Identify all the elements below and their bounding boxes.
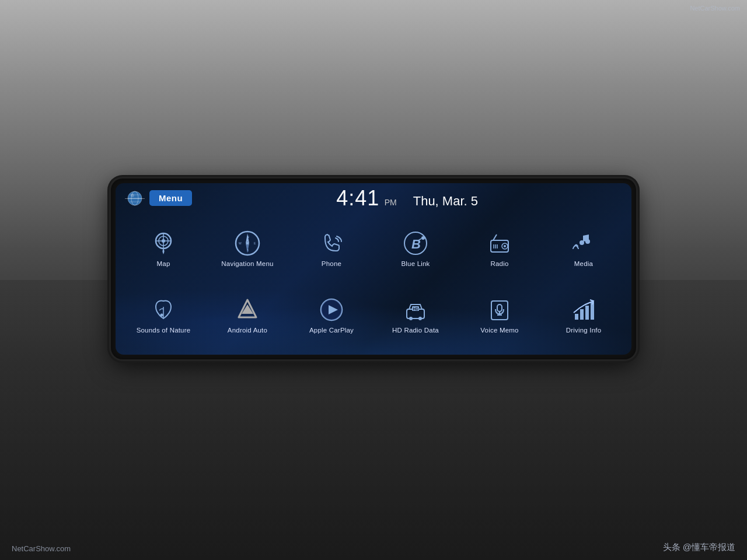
- apple-carplay-icon: [317, 296, 345, 324]
- svg-text:W: W: [239, 242, 242, 245]
- watermark-bottom-right: 头条 @懂车帝报道: [663, 542, 735, 553]
- svg-point-41: [409, 317, 413, 320]
- time-text: 4:41: [336, 186, 379, 210]
- ampm-text: PM: [385, 198, 397, 207]
- top-bar: Menu 4:41 PM Thu, Mar. 5: [116, 183, 631, 214]
- hd-radio-data-icon: HD: [402, 296, 430, 324]
- app-hd-radio-data[interactable]: HD HD Radio Data: [374, 282, 458, 349]
- svg-rect-50: [585, 306, 589, 320]
- svg-line-25: [493, 235, 497, 240]
- apps-grid: Map N S W E: [116, 214, 631, 355]
- svg-text:B: B: [411, 237, 421, 251]
- radio-icon: [486, 229, 514, 257]
- apple-carplay-label: Apple CarPlay: [309, 326, 354, 335]
- media-label: Media: [574, 260, 593, 268]
- svg-text:E: E: [254, 242, 256, 245]
- svg-point-6: [131, 194, 134, 197]
- android-auto-icon: [233, 296, 261, 324]
- app-blue-link[interactable]: B Blue Link: [374, 216, 458, 282]
- app-radio[interactable]: Radio: [458, 216, 542, 282]
- phone-label: Phone: [322, 260, 341, 268]
- svg-text:S: S: [247, 249, 249, 252]
- app-voice-memo[interactable]: Voice Memo: [458, 282, 542, 349]
- app-driving-info[interactable]: Driving Info: [542, 282, 626, 349]
- media-icon: [570, 229, 598, 257]
- svg-point-32: [585, 239, 590, 244]
- app-sounds-of-nature[interactable]: Sounds of Nature: [121, 282, 205, 349]
- blue-link-label: Blue Link: [401, 260, 430, 268]
- watermark-top-right: NetCarShow.com: [690, 5, 740, 12]
- svg-rect-46: [497, 304, 502, 312]
- navigation-menu-label: Navigation Menu: [221, 260, 273, 268]
- android-auto-label: Android Auto: [228, 326, 267, 335]
- app-apple-carplay[interactable]: Apple CarPlay: [289, 282, 374, 349]
- menu-area: Menu: [125, 188, 192, 208]
- hd-radio-data-label: HD Radio Data: [392, 326, 439, 335]
- app-phone[interactable]: Phone: [289, 216, 374, 282]
- svg-text:N: N: [247, 235, 249, 239]
- globe-icon: [125, 188, 145, 208]
- navigation-menu-icon: N S W E: [233, 229, 261, 257]
- voice-memo-label: Voice Memo: [480, 326, 518, 335]
- radio-label: Radio: [490, 260, 508, 268]
- svg-rect-48: [575, 314, 578, 320]
- svg-rect-51: [591, 302, 594, 320]
- infotainment-screen: Menu 4:41 PM Thu, Mar. 5: [116, 183, 631, 355]
- map-label: Map: [157, 260, 170, 268]
- app-android-auto[interactable]: Android Auto: [205, 282, 289, 349]
- watermark-bottom-left: NetCarShow.com: [12, 544, 71, 553]
- svg-point-42: [418, 317, 422, 320]
- date-text: Thu, Mar. 5: [413, 194, 478, 209]
- svg-point-31: [580, 240, 584, 245]
- app-navigation-menu[interactable]: N S W E Navigation Menu: [205, 216, 289, 282]
- svg-point-11: [162, 239, 165, 243]
- svg-point-30: [504, 245, 506, 247]
- driving-info-icon: [570, 296, 598, 324]
- svg-point-22: [421, 236, 425, 240]
- driving-info-label: Driving Info: [566, 326, 602, 335]
- app-media[interactable]: Media: [542, 216, 626, 282]
- svg-rect-49: [580, 309, 584, 320]
- time-area: 4:41 PM Thu, Mar. 5: [192, 186, 622, 211]
- app-map[interactable]: Map: [121, 216, 205, 282]
- sounds-of-nature-label: Sounds of Nature: [137, 326, 191, 335]
- screen-bezel: Menu 4:41 PM Thu, Mar. 5: [111, 178, 636, 359]
- svg-point-34: [160, 314, 163, 317]
- svg-point-19: [246, 242, 249, 245]
- map-icon: [149, 229, 177, 257]
- voice-memo-icon: [486, 296, 514, 324]
- phone-icon: [317, 229, 345, 257]
- blue-link-icon: B: [402, 229, 430, 257]
- sounds-of-nature-icon: [149, 296, 177, 324]
- menu-button[interactable]: Menu: [149, 190, 192, 206]
- svg-rect-45: [491, 301, 508, 320]
- time-display: 4:41 PM: [336, 186, 397, 211]
- svg-text:HD: HD: [413, 307, 419, 311]
